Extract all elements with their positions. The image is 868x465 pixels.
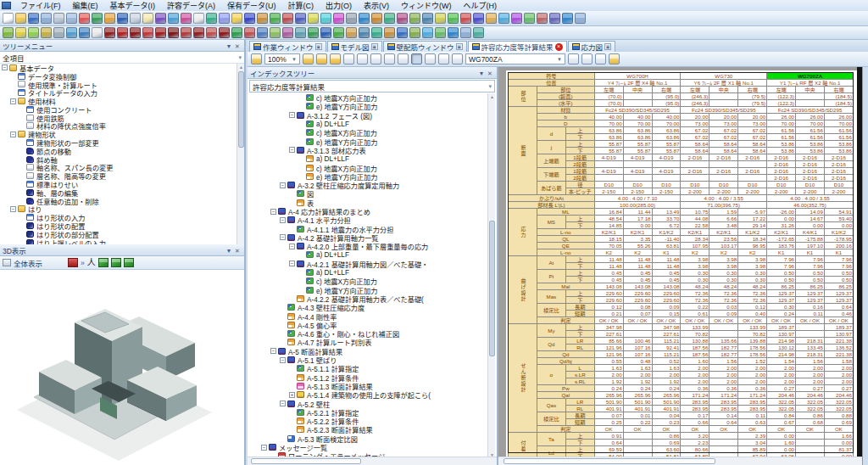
toolbar-icon[interactable] [155, 13, 166, 24]
pan-northwest-icon[interactable] [343, 53, 354, 64]
zoom-in-icon[interactable] [303, 53, 314, 64]
toolbar-icon[interactable] [320, 27, 331, 38]
tree-item[interactable]: 図 [259, 189, 497, 198]
toolbar-icon[interactable] [244, 27, 255, 38]
toolbar-icon[interactable] [320, 13, 331, 24]
menu-item[interactable]: 計算(C) [283, 0, 320, 11]
scroll-up-icon[interactable]: ▲ [237, 64, 244, 70]
toolbar-icon[interactable] [231, 13, 242, 24]
toolbar-icon[interactable] [511, 13, 522, 24]
toolbar-icon[interactable] [117, 13, 128, 24]
tree-item[interactable]: A-4.2.2 基礎計算用軸力表／べた基礎( [259, 294, 497, 303]
menu-item[interactable]: 保有データ(U) [222, 0, 281, 11]
toolbar-icon[interactable] [181, 13, 192, 24]
toolbar-icon[interactable] [486, 13, 497, 24]
toolbar-icon[interactable] [460, 27, 471, 38]
collapse-icon[interactable]: − [10, 98, 16, 104]
document-tab[interactable]: 許容応力度等計算結果× [468, 41, 567, 52]
toolbar-icon[interactable] [409, 27, 420, 38]
toolbar-icon[interactable] [308, 13, 319, 24]
toolbar-icon[interactable] [435, 13, 446, 24]
collapse-icon[interactable]: − [280, 401, 286, 406]
restore-window-icon[interactable]: ▣ [371, 43, 378, 50]
index-scrollbar[interactable]: ▲ ▼ [487, 93, 495, 458]
pin-icon[interactable]: ▼ [225, 246, 233, 255]
tree-item[interactable]: −A-4.2.0 上部重量・最下層重量毎の応力 [259, 242, 497, 250]
toolbar-icon[interactable] [257, 27, 268, 38]
toolbar-icon[interactable] [308, 27, 319, 38]
tree-item[interactable]: −A-3.2 壁柱圧縮応力度算定用軸力 [259, 181, 497, 189]
toolbar-icon[interactable] [295, 13, 306, 24]
toolbar-icon[interactable] [79, 27, 90, 38]
menu-item[interactable]: ファイル(F) [15, 0, 66, 11]
toolbar-icon[interactable] [524, 13, 535, 24]
tree-scrollbar[interactable]: ▲ ▼ [236, 64, 244, 256]
toolbar-icon[interactable] [282, 13, 293, 24]
toolbar-icon[interactable] [448, 27, 459, 38]
toolbar-icon[interactable] [498, 13, 509, 24]
toolbar-icon[interactable] [92, 27, 103, 38]
toolbar-icon[interactable] [460, 13, 471, 24]
toolbar-icon[interactable] [270, 27, 281, 38]
menu-item[interactable]: 編集(E) [68, 0, 103, 11]
collapse-icon[interactable]: − [10, 206, 16, 212]
menu-item[interactable]: ウィンドウ(W) [396, 0, 457, 11]
member-select[interactable]: WG700ZA ▼ [465, 53, 565, 64]
tree-item[interactable]: +A-5.1.4 建築物の使用上の支障が起こら( [259, 390, 497, 399]
close-icon[interactable]: ✕ [233, 246, 242, 255]
tree-item[interactable]: −A-4.2.1 基礎計算用軸力図／べた基礎・ [259, 260, 497, 268]
collapse-icon[interactable]: − [289, 147, 295, 153]
tree-item[interactable]: A-5.1.1 計算指定 [259, 364, 497, 373]
toolbar-icon[interactable] [549, 13, 560, 24]
tree-item[interactable]: −A-3.1.3 部材応力表 [259, 146, 497, 154]
collapse-icon[interactable]: − [289, 244, 295, 249]
toolbar-icon[interactable] [231, 27, 242, 38]
tree-item[interactable]: A-4.4 剛性率 [259, 311, 497, 320]
collapse-icon[interactable]: − [270, 209, 276, 215]
toolbar-icon[interactable] [168, 27, 179, 38]
toolbar-icon[interactable] [448, 13, 459, 24]
toolbar-icon[interactable] [473, 13, 484, 24]
toolbar-icon[interactable] [270, 13, 281, 24]
tree-item[interactable]: c) 地震X方向正加力 [259, 277, 497, 285]
tree-item[interactable]: A-5.1.2 計算条件 [259, 373, 497, 382]
view-cube-y-icon[interactable] [111, 258, 121, 267]
toolbar-icon[interactable] [473, 27, 484, 38]
tree-item[interactable]: c) 地震X方向正加力 [259, 128, 497, 137]
menu-item[interactable]: 表示(V) [359, 0, 394, 11]
menu-item[interactable]: ヘルプ(H) [459, 0, 503, 11]
tree-item[interactable]: c) 地震X方向正加力 [259, 163, 497, 171]
view-cube-x-icon[interactable] [98, 258, 108, 267]
toolbar-icon[interactable] [193, 27, 204, 38]
close-icon[interactable]: ✕ [486, 69, 494, 77]
collapse-icon[interactable]: − [2, 64, 8, 70]
fit-width-icon[interactable] [370, 53, 381, 64]
toolbar-icon[interactable] [104, 27, 115, 38]
tree-item[interactable]: A-4.3 壁柱圧縮応力度 [259, 303, 497, 311]
collapse-icon[interactable]: − [289, 112, 295, 118]
document-tab[interactable]: 壁配筋ウィンドウ▣ [383, 41, 467, 52]
toolbar-icon[interactable] [79, 13, 90, 24]
toolbar-icon[interactable] [384, 27, 395, 38]
toolbar-icon[interactable] [142, 27, 153, 38]
toolbar-icon[interactable] [384, 13, 395, 24]
toolbar-icon[interactable] [346, 27, 357, 38]
tree-item[interactable]: a) DL+LLF [259, 120, 497, 128]
tree-item[interactable]: −A-5.1 壁ばり [259, 356, 497, 364]
collapse-icon[interactable]: − [261, 445, 267, 451]
document-tab[interactable]: モデル図▣ [327, 41, 382, 52]
toolbar-icon[interactable] [15, 27, 26, 38]
tree-filter-dropdown[interactable]: 全項目 ▾ [0, 52, 244, 64]
toolbar-icon[interactable] [28, 13, 39, 24]
toolbar-icon[interactable] [537, 13, 548, 24]
toolbar-icon[interactable] [346, 13, 357, 24]
toolbar-icon[interactable] [41, 27, 52, 38]
search-next-icon[interactable] [581, 53, 593, 64]
collapse-icon[interactable]: − [10, 132, 16, 137]
toolbar-icon[interactable] [3, 27, 14, 38]
toolbar-icon[interactable] [219, 27, 230, 38]
toolbar-icon[interactable] [193, 13, 204, 24]
toolbar-icon[interactable] [3, 13, 14, 24]
prev-page-icon[interactable] [438, 53, 449, 64]
document-hscrollbar[interactable] [498, 457, 862, 465]
